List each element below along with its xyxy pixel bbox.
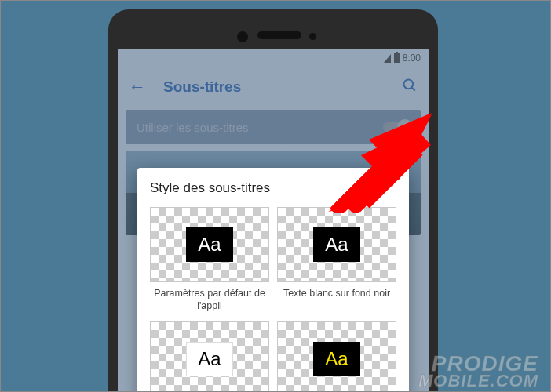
style-option-black-on-white[interactable]: Aa Texte noir sur fond blanc [150, 321, 269, 392]
style-preview: Aa [277, 207, 396, 282]
dialog-title: Style des sous-titres [150, 180, 396, 196]
subtitle-style-dialog: Style des sous-titres Aa Paramètres par … [137, 168, 409, 392]
phone-screen: 8:00 ← Sous-titres Utiliser les sous-tit… [118, 49, 429, 392]
sample-aa: Aa [186, 227, 233, 262]
style-options-grid: Aa Paramètres par défaut de l'appli Aa T… [150, 207, 396, 392]
sample-aa: Aa [313, 342, 360, 376]
sample-aa: Aa [313, 227, 360, 262]
style-option-label: Texte blanc sur fond noir [277, 287, 396, 314]
phone-frame: 8:00 ← Sous-titres Utiliser les sous-tit… [108, 9, 438, 392]
style-preview: Aa [277, 321, 396, 392]
style-option-yellow-on-black[interactable]: Aa Texte jaune sur fond noir [277, 321, 396, 392]
sample-aa: Aa [186, 342, 233, 376]
sensor-dot [309, 33, 316, 40]
watermark: PRODIGE MOBILE.COM [418, 354, 538, 389]
watermark-line2: MOBILE.COM [418, 373, 538, 389]
style-preview: Aa [150, 321, 269, 392]
camera-dot [237, 31, 248, 42]
style-option-white-on-black[interactable]: Aa Texte blanc sur fond noir [277, 207, 396, 314]
style-option-label: Paramètres par défaut de l'appli [150, 287, 269, 314]
style-preview: Aa [150, 207, 269, 282]
style-option-app-default[interactable]: Aa Paramètres par défaut de l'appli [150, 207, 269, 314]
speaker-grille [257, 31, 301, 39]
